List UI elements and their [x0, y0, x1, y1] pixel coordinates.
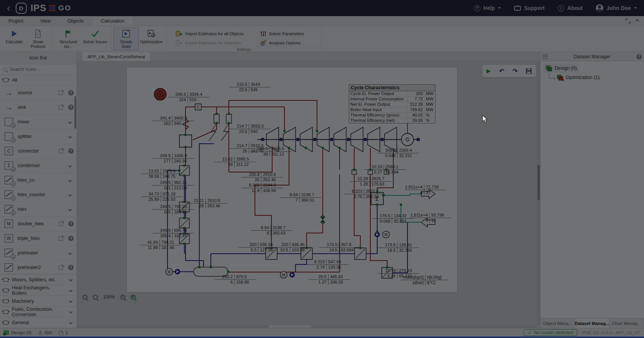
icon-bar-item[interactable]: → sink ? — [0, 100, 77, 115]
stream-label[interactable]: 214.73553.3 23.5540 — [229, 124, 271, 134]
back-icon[interactable]: ‹ — [7, 3, 10, 13]
optimization-button[interactable]: Optimization — [139, 28, 164, 46]
zoom-reset-icon[interactable]: ⟳ — [131, 295, 136, 300]
icon-bar-item[interactable]: 3 mixer — [0, 115, 77, 130]
icon-bar-item[interactable]: 2 htex_counter — [0, 188, 77, 202]
menu-tab[interactable]: Project — [0, 16, 32, 26]
icon-bar-category[interactable]: General — [0, 317, 77, 328]
stream-label[interactable]: 1.811e+450.796 412 — [410, 213, 451, 223]
chevron-down-icon[interactable] — [68, 164, 72, 167]
stream-label[interactable]: 1.811e+471.739 417 — [404, 185, 446, 195]
chevron-down-icon[interactable] — [68, 135, 72, 138]
stream-label[interactable]: 249.53334.4 154510 — [168, 92, 209, 102]
help-item-icon[interactable]: ? — [68, 90, 74, 95]
icon-bar-item[interactable]: W triple_htex ? — [0, 231, 77, 246]
status-units[interactable]: ISO — [38, 330, 52, 335]
panel-tab[interactable]: Dataset Manag... — [575, 318, 610, 328]
status-page-count[interactable]: 1 — [59, 330, 68, 335]
stream-label[interactable]: 200436.45 10.5103.99 — [270, 242, 312, 253]
stream-label[interactable]: 179.5267.8 14.563.694 — [319, 242, 361, 253]
open-in-new-icon[interactable] — [59, 222, 63, 226]
solver-parameters-button[interactable]: Solver Parameters — [260, 30, 304, 37]
calculate-button[interactable]: Calculate — [2, 28, 26, 46]
chevron-down-icon[interactable] — [68, 120, 72, 124]
stream-label[interactable]: 249.51066.9 177245.86 — [153, 153, 194, 164]
help-item-icon[interactable]: ? — [68, 221, 74, 226]
help-item-icon[interactable]: ? — [68, 265, 74, 270]
stream-label[interactable]: 12.282825.7 1.28175.63 — [350, 176, 391, 187]
about-menu[interactable]: i About — [558, 5, 583, 11]
steady-state-button[interactable]: Steady State — [113, 28, 139, 50]
stream-label[interactable]: 8.543198.7 7366.51 — [280, 192, 321, 203]
stream-label[interactable]: 8.223547.93 2.74130.36 — [307, 259, 348, 270]
support-menu[interactable]: Support — [514, 5, 545, 11]
import-estimates-selection-button[interactable]: Import Estimates for Selection — [175, 39, 244, 46]
stream-label[interactable]: 20.5445.83 1.27106.33 — [309, 274, 350, 285]
icon-bar-item[interactable]: 3 splitter — [0, 130, 77, 144]
chevron-down-icon[interactable] — [68, 207, 72, 211]
icon-bar-item[interactable]: 2 preheater — [0, 246, 77, 261]
stream-label[interactable]: 13.622995.5 39311.12 — [215, 157, 256, 167]
stream-label[interactable]: 13.621079.6 38.99248.75 — [141, 169, 182, 179]
icon-bar-category[interactable]: Heat Exchangers, Boilers — [0, 285, 77, 296]
open-in-new-icon[interactable] — [59, 266, 63, 270]
panel-tab[interactable]: Chart Manag... — [610, 318, 644, 328]
save-icon[interactable] — [526, 68, 532, 74]
open-in-new-icon[interactable] — [59, 149, 63, 153]
stream-label[interactable]: 21.112910.6 26262.46 — [186, 198, 227, 208]
status-dataset[interactable]: Design (0) — [4, 330, 31, 335]
help-item-icon[interactable]: ? — [68, 148, 74, 154]
stream-label[interactable]: 34.73971.18 25.99225.93 — [141, 192, 182, 202]
panel-tab[interactable]: Object Mana... — [540, 318, 575, 328]
stream-label[interactable]: 8.2232977.7 2.75254.39 — [344, 189, 386, 199]
icon-bar-item[interactable]: M double_htex ? — [0, 217, 77, 231]
stream-label[interactable]: 215.53543 22.6535 — [229, 82, 271, 92]
issues-status-badge[interactable]: ✓ No issues detected — [524, 329, 577, 336]
help-item-icon[interactable]: ? — [68, 105, 74, 110]
run-icon[interactable]: ▶ — [486, 67, 491, 74]
analysis-options-button[interactable]: Analysis Options — [260, 39, 304, 46]
chevron-down-icon[interactable] — [68, 193, 72, 197]
panel-help-icon[interactable]: ? — [636, 54, 642, 59]
icon-bar-item[interactable]: 2 htex — [0, 202, 77, 217]
collapse-ribbon-icon[interactable] — [636, 19, 639, 23]
document-tab[interactable]: APP_Lib_SteamCycleReheat — [82, 52, 151, 61]
stream-label[interactable]: 249.5696.76 185.4162.47 — [153, 228, 194, 238]
show-protocol-button[interactable]: Show Protocol — [26, 28, 50, 50]
zoom-in-icon[interactable]: + — [120, 295, 125, 300]
icon-bar-item[interactable]: C connector ? — [0, 144, 77, 159]
zoom-out-icon[interactable]: − — [82, 295, 87, 300]
stream-label[interactable]: 8.543198.7 6365.63 — [251, 225, 292, 236]
chevron-down-icon[interactable] — [68, 178, 72, 182]
stream-label[interactable]: 249.5962.31 181223.05 — [153, 180, 194, 190]
icon-bar-item[interactable]: 2 htex_co — [0, 173, 77, 188]
cycle-characteristics-table[interactable]: Cycle Characteristics Cycle El. Power Ou… — [349, 84, 435, 123]
open-in-new-icon[interactable] — [59, 236, 63, 241]
icon-bar-item[interactable]: Σ 2 condenser — [0, 159, 77, 173]
import-estimates-all-button[interactable]: Import Estimates for all Objects — [175, 30, 244, 37]
panel-toggle-icon[interactable] — [543, 54, 548, 59]
help-menu[interactable]: ? Help — [474, 5, 501, 11]
search-row[interactable] — [0, 64, 77, 75]
help-item-icon[interactable]: ? — [68, 236, 74, 241]
stream-label[interactable]: 235.82910.6 26262.46 — [242, 172, 283, 182]
open-in-new-icon[interactable] — [59, 91, 63, 95]
menu-tab[interactable]: Calculation — [92, 16, 133, 26]
vertical-scrollbar[interactable] — [537, 61, 540, 325]
expand-icon[interactable] — [626, 18, 631, 23]
stream-label[interactable]: 169.32365.4 0.04832.151 — [378, 148, 419, 158]
structural-issues-button[interactable]: Structural Iss... — [55, 28, 82, 50]
menu-tab[interactable]: Objects — [59, 16, 92, 26]
menu-tab[interactable]: View — [32, 16, 59, 26]
stream-label[interactable]: 10.192583.1 0.2766.694 — [364, 164, 406, 175]
undo-icon[interactable]: ↶ — [499, 67, 504, 75]
chevron-down-icon[interactable] — [68, 251, 72, 255]
tree-item-optimization[interactable]: Optimization (1) — [549, 73, 641, 82]
user-menu[interactable]: John Doe — [596, 4, 637, 12]
icon-bar-category[interactable]: Machinery — [0, 296, 77, 307]
search-input[interactable] — [10, 67, 67, 72]
tree-item-design[interactable]: Design (0) — [544, 64, 579, 73]
open-in-new-icon[interactable] — [59, 105, 63, 110]
zoom-fit-icon[interactable] — [93, 295, 98, 300]
icon-bar-item[interactable]: → source ? — [0, 86, 77, 100]
